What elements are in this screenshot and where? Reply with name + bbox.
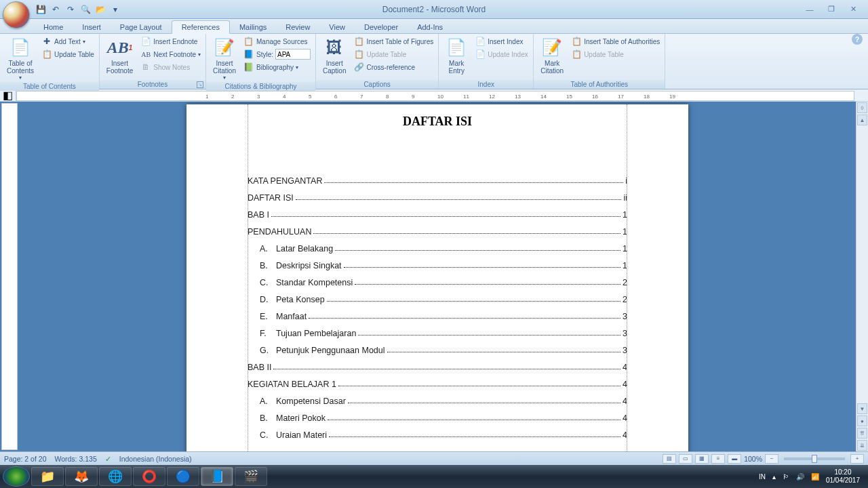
toc-entry[interactable]: PENDAHULUAN1 bbox=[248, 227, 627, 237]
vertical-ruler[interactable] bbox=[1, 103, 18, 450]
tab-home[interactable]: Home bbox=[34, 21, 73, 33]
tab-review[interactable]: Review bbox=[276, 21, 319, 33]
next-footnote-button[interactable]: ABNext Footnote ▾ bbox=[138, 48, 203, 60]
start-button[interactable] bbox=[3, 466, 30, 487]
zoom-level[interactable]: 100% bbox=[744, 455, 762, 463]
task-chrome[interactable]: 🌐 bbox=[99, 467, 132, 486]
tray-network-icon[interactable]: 📶 bbox=[811, 473, 819, 481]
close-button[interactable]: ✕ bbox=[845, 3, 861, 16]
web-layout-view-icon[interactable]: ▦ bbox=[695, 454, 709, 464]
maximize-button[interactable]: ❐ bbox=[823, 3, 840, 16]
insert-figures-button[interactable]: 📋Insert Table of Figures bbox=[351, 35, 435, 47]
add-text-button[interactable]: ✚Add Text ▾ bbox=[39, 35, 96, 47]
update-toc-button[interactable]: 📋Update Table bbox=[39, 48, 96, 60]
style-dropdown[interactable] bbox=[275, 49, 311, 60]
tab-references[interactable]: References bbox=[172, 20, 230, 34]
word-count[interactable]: Words: 3.135 bbox=[54, 455, 96, 463]
zoom-slider[interactable] bbox=[784, 458, 845, 460]
proofing-icon[interactable]: ✓ bbox=[105, 455, 111, 463]
tab-mailings[interactable]: Mailings bbox=[230, 21, 276, 33]
toc-entry[interactable]: KEGIATAN BELAJAR 14 bbox=[248, 380, 627, 389]
next-page-icon[interactable]: ⇊ bbox=[857, 440, 867, 451]
insert-toa-button[interactable]: 📋Insert Table of Authorities bbox=[569, 35, 662, 47]
tab-developer[interactable]: Developer bbox=[355, 21, 408, 33]
tray-up-icon[interactable]: ▴ bbox=[772, 473, 776, 481]
toc-entry[interactable]: A.Kompetensi Dasar4 bbox=[248, 396, 627, 406]
update-index-button[interactable]: 📄Update Index bbox=[473, 48, 530, 60]
update-captions-button[interactable]: 📋Update Table bbox=[351, 48, 435, 60]
insert-index-button[interactable]: 📄Insert Index bbox=[473, 35, 530, 47]
insert-caption-button[interactable]: 🖼 Insert Caption bbox=[319, 35, 350, 76]
task-app[interactable]: ⭕ bbox=[133, 467, 165, 486]
insert-citation-button[interactable]: 📝 Insert Citation▾ bbox=[209, 35, 240, 82]
scroll-up-icon[interactable]: ▲ bbox=[857, 115, 867, 125]
task-teamviewer[interactable]: 🔵 bbox=[167, 467, 199, 486]
bibliography-button[interactable]: 📗Bibliography ▾ bbox=[241, 61, 313, 73]
help-icon[interactable]: ? bbox=[852, 34, 863, 45]
browse-object-icon[interactable]: ● bbox=[857, 415, 867, 426]
citation-style-select[interactable]: 📘Style: bbox=[241, 48, 313, 60]
ruler-corner-icon[interactable]: ◧ bbox=[0, 89, 16, 101]
draft-view-icon[interactable]: ▬ bbox=[728, 454, 741, 464]
cross-reference-button[interactable]: 🔗Cross-reference bbox=[351, 61, 435, 73]
tab-view[interactable]: View bbox=[319, 21, 355, 33]
full-screen-view-icon[interactable]: ▭ bbox=[679, 454, 692, 464]
page-indicator[interactable]: Page: 2 of 20 bbox=[4, 455, 46, 463]
task-media[interactable]: 🎬 bbox=[235, 467, 267, 486]
doc-title[interactable]: DAFTAR ISI bbox=[248, 115, 627, 129]
zoom-out-button[interactable]: − bbox=[765, 454, 778, 464]
print-layout-view-icon[interactable]: ▤ bbox=[663, 454, 676, 464]
toc-entry[interactable]: KATA PENGANTARi bbox=[248, 176, 627, 186]
toc-entry[interactable]: DAFTAR ISIii bbox=[248, 193, 627, 203]
task-explorer[interactable]: 📁 bbox=[31, 467, 64, 486]
toc-entry[interactable]: A.Latar Belakang1 bbox=[248, 244, 627, 253]
update-toa-button[interactable]: 📋Update Table bbox=[569, 48, 662, 60]
page[interactable]: DAFTAR ISI KATA PENGANTARiDAFTAR ISIiiBA… bbox=[186, 104, 688, 451]
ruler-toggle-icon[interactable]: ◊ bbox=[857, 102, 867, 113]
horizontal-ruler[interactable]: 12345678910111213141516171819 bbox=[16, 91, 854, 101]
print-preview-icon[interactable]: 🔍 bbox=[79, 3, 92, 16]
toc-entry[interactable]: D.Peta Konsep2 bbox=[248, 295, 627, 304]
document-canvas[interactable]: DAFTAR ISI KATA PENGANTARiDAFTAR ISIiiBA… bbox=[19, 102, 856, 451]
zoom-thumb[interactable] bbox=[812, 455, 817, 463]
toc-entry[interactable]: B.Deskripsi Singkat1 bbox=[248, 261, 627, 270]
mark-citation-button[interactable]: 📝 Mark Citation bbox=[536, 35, 568, 76]
redo-icon[interactable]: ↷ bbox=[64, 3, 77, 16]
toc-entry[interactable]: E.Manfaat3 bbox=[248, 312, 627, 321]
open-icon[interactable]: 📂 bbox=[94, 3, 107, 16]
qat-more-icon[interactable]: ▾ bbox=[108, 3, 122, 16]
toc-entry[interactable]: G.Petunjuk Penggunaan Modul3 bbox=[248, 346, 627, 355]
tray-clock[interactable]: 10:20 01/04/2017 bbox=[826, 468, 860, 485]
show-notes-button[interactable]: 🗎Show Notes bbox=[138, 61, 203, 73]
toc-entry[interactable]: BAB I1 bbox=[248, 210, 627, 220]
insert-endnote-button[interactable]: 📄Insert Endnote bbox=[138, 35, 203, 47]
scroll-down-icon[interactable]: ▼ bbox=[857, 403, 867, 414]
toc-entry[interactable]: C.Uraian Materi4 bbox=[248, 430, 627, 440]
vertical-scrollbar[interactable]: ◊ ▲ ▼ ● ⇈ ⇊ bbox=[856, 102, 868, 451]
tray-ime[interactable]: IN bbox=[759, 473, 766, 481]
insert-footnote-button[interactable]: AB1 Insert Footnote bbox=[102, 35, 137, 76]
zoom-in-button[interactable]: + bbox=[850, 454, 864, 464]
toc-entry[interactable]: F.Tujuan Pembelajaran3 bbox=[248, 329, 627, 338]
prev-page-icon[interactable]: ⇈ bbox=[857, 428, 867, 439]
tray-volume-icon[interactable]: 🔊 bbox=[796, 473, 804, 481]
tab-insert[interactable]: Insert bbox=[73, 21, 111, 33]
toc-entry[interactable]: BAB II4 bbox=[248, 363, 627, 372]
mark-entry-button[interactable]: 📄 Mark Entry bbox=[441, 35, 471, 76]
language-indicator[interactable]: Indonesian (Indonesia) bbox=[119, 455, 192, 463]
undo-icon[interactable]: ↶ bbox=[49, 3, 62, 16]
task-word[interactable]: 📘 bbox=[201, 467, 233, 486]
minimize-button[interactable]: — bbox=[802, 3, 818, 16]
save-icon[interactable]: 💾 bbox=[34, 3, 47, 16]
office-button[interactable] bbox=[3, 1, 30, 28]
dialog-launcher-icon[interactable]: ↘ bbox=[197, 81, 203, 88]
manage-sources-button[interactable]: 📋Manage Sources bbox=[241, 35, 313, 47]
tab-page-layout[interactable]: Page Layout bbox=[111, 21, 172, 33]
tray-flag-icon[interactable]: 🏳 bbox=[783, 473, 789, 481]
scroll-track[interactable] bbox=[856, 126, 868, 403]
toc-container[interactable]: KATA PENGANTARiDAFTAR ISIiiBAB I1PENDAHU… bbox=[248, 176, 627, 440]
task-firefox[interactable]: 🦊 bbox=[65, 467, 98, 486]
toc-button[interactable]: 📄 Table of Contents▾ bbox=[3, 35, 38, 82]
toc-entry[interactable]: C.Standar Kompetensi2 bbox=[248, 278, 627, 287]
outline-view-icon[interactable]: ≡ bbox=[711, 454, 725, 464]
